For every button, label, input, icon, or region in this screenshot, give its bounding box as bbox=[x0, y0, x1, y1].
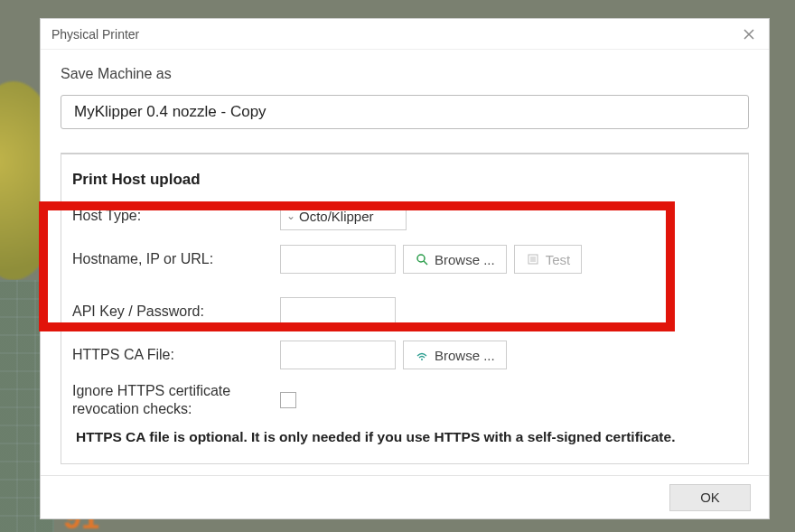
ca-file-input[interactable] bbox=[280, 341, 396, 369]
machine-name-input[interactable] bbox=[61, 95, 749, 129]
panel-title: Print Host upload bbox=[72, 171, 730, 189]
save-machine-label: Save Machine as bbox=[61, 66, 749, 82]
ca-file-row: HTTPS CA File: Browse ... bbox=[72, 339, 730, 371]
list-icon bbox=[526, 252, 540, 266]
close-button[interactable] bbox=[740, 25, 758, 43]
wifi-icon bbox=[415, 348, 429, 362]
api-key-input[interactable] bbox=[280, 297, 396, 326]
host-type-value: Octo/Klipper bbox=[299, 209, 374, 224]
dialog-title: Physical Printer bbox=[51, 27, 139, 42]
dialog-content: Save Machine as Print Host upload Host T… bbox=[41, 50, 769, 475]
svg-point-6 bbox=[421, 359, 423, 360]
hostname-label: Hostname, IP or URL: bbox=[72, 251, 280, 267]
api-row: API Key / Password: bbox=[72, 295, 730, 328]
hostname-row: Hostname, IP or URL: Browse ... Test bbox=[72, 243, 730, 275]
svg-point-0 bbox=[417, 255, 425, 262]
ignore-cert-checkbox[interactable] bbox=[280, 392, 296, 408]
physical-printer-dialog: Physical Printer Save Machine as Print H… bbox=[40, 18, 770, 519]
svg-line-1 bbox=[424, 261, 427, 265]
close-icon bbox=[744, 29, 754, 40]
host-type-label: Host Type: bbox=[72, 208, 280, 224]
browse-ca-button[interactable]: Browse ... bbox=[403, 341, 507, 369]
test-label: Test bbox=[546, 252, 571, 267]
host-type-row: Host Type: ⌄ Octo/Klipper bbox=[72, 200, 730, 232]
titlebar: Physical Printer bbox=[41, 19, 769, 50]
ca-optional-note: HTTPS CA file is optional. It is only ne… bbox=[72, 429, 730, 445]
api-key-label: API Key / Password: bbox=[72, 303, 280, 320]
search-icon bbox=[415, 252, 429, 266]
browse-hostname-button[interactable]: Browse ... bbox=[403, 245, 507, 274]
ca-file-label: HTTPS CA File: bbox=[72, 347, 280, 363]
browse-label: Browse ... bbox=[435, 252, 495, 267]
ignore-cert-label: Ignore HTTPS certificate revocation chec… bbox=[72, 382, 280, 418]
browse-ca-label: Browse ... bbox=[435, 348, 495, 363]
hostname-input[interactable] bbox=[280, 245, 396, 274]
dialog-footer: OK bbox=[41, 475, 769, 518]
print-host-panel: Print Host upload Host Type: ⌄ Octo/Klip… bbox=[61, 153, 749, 464]
host-type-combo[interactable]: ⌄ Octo/Klipper bbox=[280, 201, 407, 230]
ok-button[interactable]: OK bbox=[669, 484, 751, 511]
ignore-cert-row: Ignore HTTPS certificate revocation chec… bbox=[72, 382, 730, 418]
chevron-down-icon: ⌄ bbox=[286, 210, 295, 222]
test-button[interactable]: Test bbox=[514, 245, 583, 274]
